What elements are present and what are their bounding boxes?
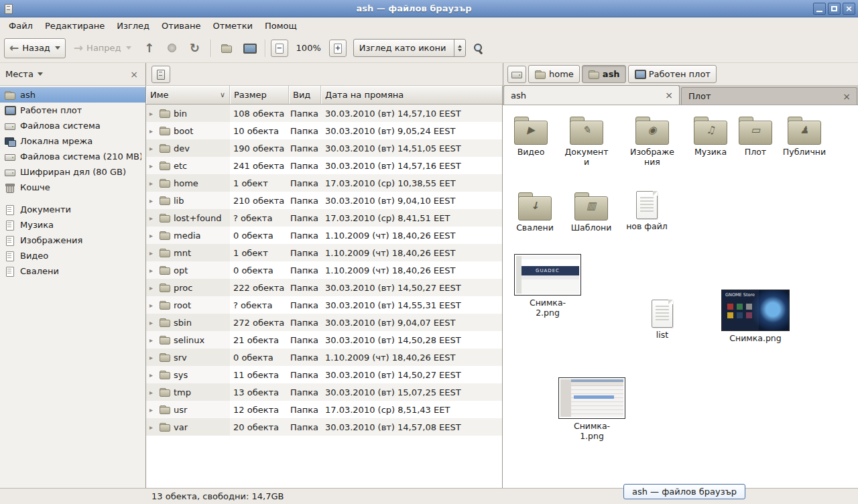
sidebar-item[interactable]: Кошче [0,180,145,195]
expander-icon[interactable]: ▸ [149,371,156,379]
table-row[interactable]: ▸ mnt 1 обект Папка 1.10.2009 (чт) 18,40… [146,244,502,261]
icon-view-folder-item[interactable]: Плот [727,115,784,158]
expander-icon[interactable]: ▸ [149,180,156,187]
breadcrumb-button[interactable]: Работен плот [628,65,717,83]
icon-view-file-item[interactable]: GNOME Store Снимка.png [721,290,790,344]
expander-icon[interactable]: ▸ [149,249,156,257]
breadcrumb-button[interactable]: ash [582,65,626,83]
breadcrumb-button[interactable]: home [528,65,580,83]
table-row[interactable]: ▸ bin 108 обекта Папка 30.03.2010 (вт) 1… [146,105,502,122]
view-mode-select[interactable]: Изглед като икони [353,39,466,57]
icon-view-file-item[interactable]: GUADEC Снимка-2.png [513,254,583,318]
table-row[interactable]: ▸ selinux 21 обекта Папка 30.03.2010 (вт… [146,331,502,349]
sidebar-item[interactable]: Локална мрежа [0,133,145,149]
maximize-button[interactable] [828,3,841,15]
table-row[interactable]: ▸ boot 10 обекта Папка 30.03.2010 (вт) 9… [146,122,502,139]
icon-view-file-item[interactable]: list [627,300,697,340]
expander-icon[interactable]: ▸ [149,214,156,222]
table-row[interactable]: ▸ opt 0 обекта Папка 1.10.2009 (чт) 18,4… [146,261,502,279]
icon-view-folder-item[interactable]: Публични [776,115,833,158]
zoom-out-button[interactable] [271,40,288,57]
expander-icon[interactable]: ▸ [149,302,156,309]
expander-icon[interactable]: ▸ [149,110,156,117]
sidebar-item[interactable]: Музика [0,217,145,233]
icon-view-folder-item[interactable]: Документи [558,115,615,168]
menu-item[interactable]: Редактиране [39,17,111,34]
stop-button[interactable] [162,38,182,58]
table-row[interactable]: ▸ root ? обекта Папка 30.03.2010 (вт) 14… [146,296,502,314]
table-row[interactable]: ▸ var 20 обекта Папка 30.03.2010 (вт) 14… [146,418,502,436]
icon-view[interactable]: Видео Документи Изображения [503,105,858,488]
column-header-name[interactable]: Име ∨ [146,86,230,104]
icon-view-folder-item[interactable]: Шаблони [563,191,619,233]
table-row[interactable]: ▸ dev 190 обекта Папка 30.03.2010 (вт) 1… [146,139,502,157]
tab-close-icon[interactable]: × [663,90,675,100]
expander-icon[interactable]: ▸ [149,389,156,396]
expander-icon[interactable]: ▸ [149,284,156,292]
table-row[interactable]: ▸ tmp 13 обекта Папка 30.03.2010 (вт) 15… [146,383,502,401]
search-button[interactable] [469,38,489,58]
sidebar-item[interactable]: Свалени [0,263,145,279]
expander-icon[interactable]: ▸ [149,354,156,361]
menu-item[interactable]: Файл [3,17,39,34]
sidebar-item[interactable]: Изображения [0,233,145,248]
icon-view-folder-item[interactable]: Видео [503,115,559,158]
expander-icon[interactable]: ▸ [149,406,156,414]
column-header-size[interactable]: Размер [230,86,289,104]
menu-item[interactable]: Помощ [259,17,303,34]
column-header-type[interactable]: Вид [289,86,321,104]
breadcrumb-root-button[interactable] [507,66,526,83]
expander-icon[interactable]: ▸ [149,197,156,204]
sidebar-item[interactable]: Документи [0,202,145,217]
tab[interactable]: ash × [503,85,680,105]
table-row[interactable]: ▸ lib 210 обекта Папка 30.03.2010 (вт) 9… [146,192,502,209]
zoom-in-button[interactable] [329,40,347,57]
expander-icon[interactable]: ▸ [149,319,156,326]
menu-item[interactable]: Отиване [156,17,206,34]
sidebar-item[interactable] [0,195,145,202]
table-row[interactable]: ▸ lost+found ? обекта Папка 17.03.2010 (… [146,209,502,227]
sidebar-item[interactable]: Шифриран дял (80 GB) [0,164,145,180]
places-close-icon[interactable]: × [128,69,140,80]
home-button[interactable] [217,38,237,58]
table-row[interactable]: ▸ sys 11 обекта Папка 30.03.2010 (вт) 14… [146,366,502,383]
back-button[interactable]: ← Назад [4,38,66,58]
sidebar-item[interactable]: ash [0,87,145,103]
table-row[interactable]: ▸ media 0 обекта Папка 1.10.2009 (чт) 18… [146,227,502,244]
sidebar-item[interactable]: Видео [0,248,145,263]
reload-button[interactable]: ↻ [185,38,205,58]
icon-view-file-item[interactable]: Снимка-1.png [557,377,627,442]
up-button[interactable]: ↑ [139,38,160,58]
table-row[interactable]: ▸ etc 241 обекта Папка 30.03.2010 (вт) 1… [146,157,502,174]
sidebar-item[interactable]: Работен плот [0,103,145,118]
icon-view-folder-item[interactable]: Изображения [624,115,680,168]
forward-button[interactable]: → Напред [68,38,137,58]
table-row[interactable]: ▸ srv 0 обекта Папка 1.10.2009 (чт) 18,4… [146,349,502,366]
minimize-button[interactable] [813,3,826,15]
expander-icon[interactable]: ▸ [149,336,156,344]
expander-icon[interactable]: ▸ [149,127,156,135]
expander-icon[interactable]: ▸ [149,424,156,431]
icon-view-folder-item[interactable]: Свалени [507,191,563,233]
computer-button[interactable] [239,38,259,58]
tab[interactable]: Плот × [681,87,857,105]
sidebar-item[interactable]: Файлова система [0,118,145,133]
menu-item[interactable]: Изглед [111,17,156,34]
menu-item[interactable]: Отметки [206,17,258,34]
close-button[interactable]: × [843,3,855,15]
expander-icon[interactable]: ▸ [149,145,156,152]
icon-view-file-item[interactable]: нов файл [612,191,682,232]
table-row[interactable]: ▸ home 1 обект Папка 17.03.2010 (ср) 10,… [146,174,502,192]
expander-icon[interactable]: ▸ [149,232,156,239]
tab-close-icon[interactable]: × [841,92,853,101]
sidebar-item[interactable]: Файлова система (210 MB) [0,149,145,164]
location-toggle-button[interactable] [151,66,170,83]
titlebar[interactable]: ash — файлов браузър × [0,0,858,17]
table-row[interactable]: ▸ sbin 272 обекта Папка 30.03.2010 (вт) … [146,314,502,331]
table-row[interactable]: ▸ proc 222 обекта Папка 30.03.2010 (вт) … [146,279,502,296]
expander-icon[interactable]: ▸ [149,267,156,274]
places-header[interactable]: Места × [0,63,146,85]
table-row[interactable]: ▸ usr 12 обекта Папка 17.03.2010 (ср) 8,… [146,401,502,418]
expander-icon[interactable]: ▸ [149,162,156,170]
column-header-date[interactable]: Дата на промяна [321,86,502,104]
